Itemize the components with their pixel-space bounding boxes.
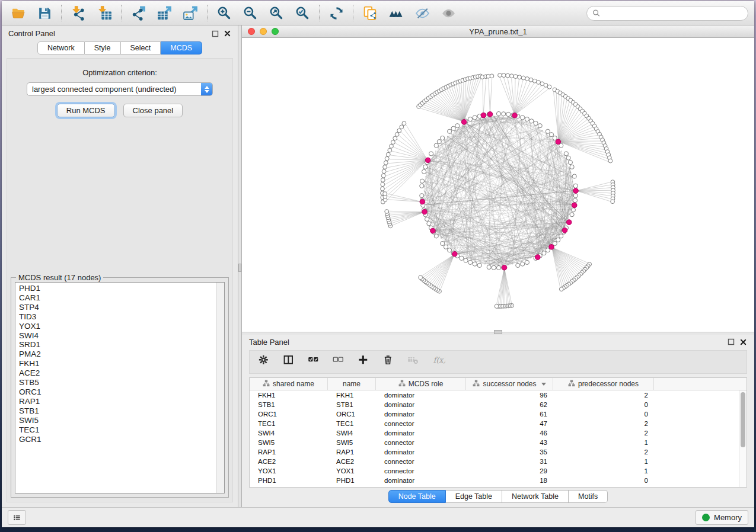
first-neighbors-button[interactable] [385,4,407,23]
table-row[interactable]: RAP1RAP1dominator352 [250,447,747,457]
horizontal-splitter[interactable] [242,332,754,335]
tab-style[interactable]: Style [85,41,121,55]
float-table-panel-icon[interactable] [727,338,735,346]
maximize-window-icon[interactable] [272,28,279,35]
table-cell: PHD1 [328,477,376,484]
mcds-result-item[interactable]: TEC1 [19,425,224,435]
zoom-in-icon [216,5,232,21]
table-row[interactable]: FKH1FKH1dominator962 [250,390,747,400]
float-panel-icon[interactable] [211,30,219,37]
close-window-icon[interactable] [248,28,255,35]
network-canvas[interactable] [242,38,754,332]
mcds-result-list[interactable]: PHD1CAR1STP4TID3YOX1SWI4SRD1PMA2FKH1ACE2… [15,282,225,493]
network-window-titlebar[interactable]: YPA_prune.txt_1 [242,25,754,38]
open-button[interactable] [8,4,29,23]
select-all-button[interactable] [304,352,324,371]
mcds-result-item[interactable]: STB5 [19,378,224,387]
tab-network-table[interactable]: Network Table [502,490,569,503]
mcds-result-item[interactable]: RAP1 [19,397,224,406]
splitter-grip[interactable] [238,264,241,272]
mcds-result-item[interactable]: STP4 [19,303,224,312]
table-row[interactable]: ORC1ORC1dominator610 [250,409,747,419]
table-row[interactable]: SWI4SWI4dominator462 [250,428,747,438]
tab-edge-table[interactable]: Edge Table [446,490,502,503]
mcds-result-item[interactable]: PMA2 [19,350,224,359]
settings-button[interactable] [254,352,275,371]
duplicate-network-button[interactable] [359,4,381,23]
export-image-button[interactable] [180,4,201,23]
mcds-result-item[interactable]: FKH1 [19,359,224,368]
table-scrollbar-thumb[interactable] [741,392,745,447]
columns-button[interactable] [279,352,299,371]
optimization-criterion-select[interactable]: largest connected component (undirected) [27,82,213,96]
hide-selected-button[interactable] [412,4,433,23]
delete-button[interactable] [379,352,399,371]
import-network-button[interactable] [68,4,89,23]
table-cell: YOX1 [328,467,376,475]
show-all-button[interactable] [438,4,459,23]
import-table-button[interactable] [94,4,115,23]
column-header-successor-nodes[interactable]: successor nodes [466,378,553,390]
close-panel-icon[interactable] [224,30,231,37]
tab-motifs[interactable]: Motifs [569,490,608,503]
table-row[interactable]: TEC1TEC1connector472 [250,419,747,428]
vertical-splitter[interactable] [238,25,242,507]
table-cell: SWI5 [328,439,376,446]
search-input[interactable] [603,9,742,17]
close-panel-button[interactable]: Close panel [123,104,183,117]
mcds-result-item[interactable]: SWI5 [19,416,224,425]
column-header-predecessor-nodes[interactable]: predecessor nodes [553,378,654,390]
table-cell: 61 [466,411,553,418]
tab-network[interactable]: Network [37,41,85,55]
save-icon [37,5,53,21]
mcds-list-scrollbar[interactable] [216,283,224,493]
h-splitter-grip[interactable] [494,330,502,334]
zoom-out-button[interactable] [240,4,261,23]
table-row[interactable]: YOX1YOX1connector291 [250,466,747,476]
export-network-button[interactable] [127,4,149,23]
mcds-result-item[interactable]: STB1 [19,406,224,416]
add-button[interactable] [354,352,374,371]
mcds-result-item[interactable]: YOX1 [19,322,224,331]
table-cell: 1 [553,467,654,475]
minimize-window-icon[interactable] [260,28,267,35]
table-row[interactable]: SWI5SWI5connector431 [250,438,747,447]
column-header-name[interactable]: name [328,378,376,390]
tab-select[interactable]: Select [121,41,161,55]
task-history-button[interactable] [8,510,26,525]
zoom-fit-button[interactable] [266,4,287,23]
zoom-in-button[interactable] [213,4,235,23]
mcds-result-item[interactable]: SWI4 [19,331,224,341]
toolbar-separator [207,5,208,21]
memory-button[interactable]: Memory [696,510,748,525]
table-row[interactable]: STB1STB1dominator620 [250,400,747,409]
table-scrollbar[interactable] [739,390,747,487]
tab-node-table[interactable]: Node Table [388,490,446,503]
node-table: shared namenameMCDS rolesuccessor nodesp… [249,377,747,488]
refresh-layout-button[interactable] [326,4,347,23]
zoom-selected-button[interactable] [292,4,313,23]
table-cell: dominator [376,430,466,437]
search-field[interactable] [586,6,748,21]
run-mcds-button[interactable]: Run MCDS [57,104,115,117]
mcds-result-item[interactable]: TID3 [19,312,224,322]
mcds-result-item[interactable]: ORC1 [19,387,224,397]
mcds-result-item[interactable]: PHD1 [19,284,224,293]
save-button[interactable] [34,4,55,23]
table-cell: connector [376,458,466,465]
control-panel-title: Control Panel [8,29,55,38]
tab-mcds[interactable]: MCDS [161,41,202,55]
deselect-all-button[interactable] [329,352,349,371]
mcds-result-item[interactable]: GCR1 [19,435,224,444]
mcds-result-item[interactable]: CAR1 [19,293,224,303]
column-header-shared-name[interactable]: shared name [250,378,328,390]
network-graph[interactable] [242,38,754,332]
mcds-result-item[interactable]: ACE2 [19,368,224,378]
close-table-panel-icon[interactable] [739,338,747,346]
mcds-result-item[interactable]: SRD1 [19,340,224,350]
table-row[interactable]: PHD1PHD1dominator180 [250,476,747,485]
export-table-button[interactable] [154,4,175,23]
column-header-MCDS-role[interactable]: MCDS role [376,378,466,390]
table-row[interactable]: ACE2ACE2connector311 [250,457,747,466]
table-cell: 2 [553,448,654,456]
